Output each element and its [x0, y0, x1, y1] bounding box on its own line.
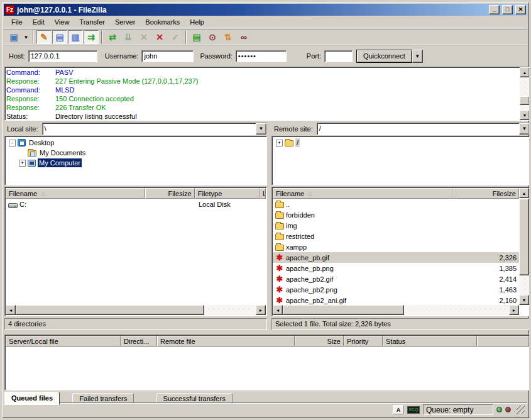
compare-directories-icon[interactable]: ∞ — [236, 30, 251, 44]
expand-icon[interactable]: + — [276, 140, 283, 146]
column-header-label: L — [263, 190, 266, 197]
file-row[interactable]: ✱apache_pb2.png1,463 — [273, 284, 519, 295]
close-button[interactable]: ✕ — [515, 5, 526, 14]
scroll-up-icon[interactable]: ▲ — [520, 67, 530, 77]
image-file-icon: ✱ — [275, 253, 284, 262]
scroll-left-icon[interactable]: ◄ — [6, 305, 16, 315]
file-name-text: xampp — [286, 243, 307, 251]
process-queue-icon[interactable]: ⇊ — [121, 30, 136, 44]
site-manager-icon[interactable]: ▣ — [6, 30, 21, 44]
collapse-icon[interactable]: - — [9, 140, 16, 146]
tree-item--[interactable]: +/ — [272, 138, 530, 148]
menu-item-bookmarks[interactable]: Bookmarks — [140, 16, 185, 28]
local-site-combo[interactable]: \ ▼ — [42, 123, 267, 135]
remote-vertical-scrollbar[interactable]: ▲ ▼ — [519, 188, 529, 305]
transfer-type-icon[interactable]: A — [393, 405, 404, 414]
local-column-header-filename[interactable]: Filename△ — [6, 188, 145, 199]
menu-item-help[interactable]: Help — [185, 16, 209, 28]
queue-column-header-priority[interactable]: Priority — [344, 336, 383, 346]
menu-item-view[interactable]: View — [50, 16, 75, 28]
file-search-icon[interactable]: ⊙ — [205, 30, 220, 44]
queue-column-header-server-local-file[interactable]: Server/Local file — [6, 336, 121, 346]
menu-item-edit[interactable]: Edit — [28, 16, 50, 28]
toggle-remote-tree-icon[interactable]: ▥ — [68, 30, 83, 44]
scroll-down-icon[interactable]: ▼ — [520, 110, 530, 120]
tree-item-desktop[interactable]: -Desktop — [5, 138, 266, 148]
password-label: Password: — [200, 52, 232, 60]
remote-horizontal-scrollbar[interactable]: ◄ ► — [273, 305, 519, 315]
quickconnect-button[interactable]: Quickconnect — [356, 50, 412, 63]
queue-column-header-status[interactable]: Status — [383, 336, 477, 346]
cancel-operation-icon[interactable]: ✕ — [136, 30, 151, 44]
file-row[interactable]: C:Local Disk — [6, 199, 266, 209]
sync-browsing-icon[interactable]: ⇅ — [221, 30, 236, 44]
scroll-right-icon[interactable]: ► — [509, 305, 519, 315]
queue-column-header-remote-file[interactable]: Remote file — [157, 336, 295, 346]
remote-scroll-thumb[interactable] — [283, 305, 404, 315]
log-entry-label: Response: — [6, 103, 55, 112]
local-column-header-filesize[interactable]: Filesize — [145, 188, 194, 199]
local-list-header: Filename△FilesizeFiletypeL — [6, 188, 266, 199]
file-row[interactable]: restricted — [273, 231, 519, 241]
file-row[interactable]: ✱apache_pb2_ani.gif2,160 — [273, 295, 519, 305]
directory-filter-icon[interactable]: ▤ — [189, 30, 204, 44]
refresh-icon[interactable]: ⇄ — [105, 30, 120, 44]
tree-item-my-computer[interactable]: +My Computer — [5, 158, 266, 168]
maximize-button[interactable]: □ — [502, 5, 513, 14]
activity-led-green-icon — [496, 407, 502, 412]
local-horizontal-scrollbar[interactable]: ◄ ► — [6, 305, 266, 315]
file-row[interactable]: ✱apache_pb.gif2,326 — [273, 252, 519, 263]
file-size-cell: 2,414 — [452, 274, 519, 284]
log-entry: Command:PASV — [6, 68, 519, 77]
expand-icon[interactable]: + — [19, 160, 26, 167]
log-entry: Response:227 Entering Passive Mode (127,… — [6, 77, 519, 86]
log-entry-text: MLSD — [55, 86, 75, 94]
toolbar-dropdown-icon[interactable]: ▼ — [22, 30, 30, 44]
file-row[interactable]: ✱apache_pb.png1,385 — [273, 263, 519, 274]
speed-limit-icon[interactable]: SCQ — [407, 406, 420, 414]
scroll-up-icon[interactable]: ▲ — [519, 188, 529, 198]
filezilla-app-icon[interactable]: Fz — [5, 5, 14, 14]
toggle-message-log-icon[interactable]: ✎ — [36, 30, 52, 44]
tab-queued-files[interactable]: Queued files — [4, 392, 60, 405]
remote-column-header-filename[interactable]: Filename△ — [273, 188, 452, 199]
minimize-button[interactable]: _ — [489, 5, 500, 14]
username-input[interactable] — [141, 50, 194, 62]
toggle-queue-icon[interactable]: ⇉ — [84, 30, 99, 44]
remote-site-combo[interactable]: / ▼ — [317, 123, 530, 135]
toggle-local-tree-icon[interactable]: ▤ — [52, 30, 67, 44]
host-input[interactable] — [28, 50, 97, 62]
log-scroll-thumb[interactable] — [520, 96, 530, 105]
remote-vscroll-thumb[interactable] — [519, 199, 529, 275]
local-list-body: C:Local Disk — [6, 199, 266, 305]
scroll-right-icon[interactable]: ► — [256, 305, 266, 315]
local-scroll-thumb[interactable] — [16, 305, 204, 315]
menu-item-transfer[interactable]: Transfer — [74, 16, 110, 28]
password-input[interactable] — [236, 50, 287, 62]
reconnect-icon[interactable]: ✓ — [168, 30, 183, 44]
chevron-down-icon[interactable]: ▼ — [256, 123, 266, 135]
scroll-left-icon[interactable]: ◄ — [273, 305, 283, 315]
port-input[interactable] — [324, 50, 353, 62]
file-row[interactable]: img — [273, 220, 519, 231]
toolbar-separator — [101, 31, 102, 43]
file-row[interactable]: forbidden — [273, 209, 519, 220]
resize-grip[interactable] — [517, 406, 525, 414]
tree-item-my-documents[interactable]: +My Documents — [5, 148, 266, 158]
log-scrollbar[interactable]: ▲ ▼ — [520, 67, 530, 120]
chevron-down-icon[interactable]: ▼ — [519, 123, 530, 135]
status-bar: A SCQ Queue: empty — [4, 402, 527, 416]
scroll-down-icon[interactable]: ▼ — [519, 295, 529, 305]
remote-column-header-filesize[interactable]: Filesize — [452, 188, 519, 199]
file-row[interactable]: .. — [273, 199, 519, 209]
file-row[interactable]: ✱apache_pb2.gif2,414 — [273, 274, 519, 284]
disconnect-icon[interactable]: ✕ — [152, 30, 167, 44]
file-row[interactable]: xampp — [273, 241, 519, 252]
queue-column-header-directi-[interactable]: Directi... — [121, 336, 157, 346]
menu-item-server[interactable]: Server — [110, 16, 140, 28]
menu-item-file[interactable]: File — [6, 16, 28, 28]
quickconnect-dropdown-button[interactable]: ▼ — [412, 50, 423, 63]
local-column-header-filetype[interactable]: Filetype — [195, 188, 260, 199]
queue-column-header-size[interactable]: Size — [295, 336, 344, 346]
local-column-header-l[interactable]: L — [260, 188, 266, 199]
